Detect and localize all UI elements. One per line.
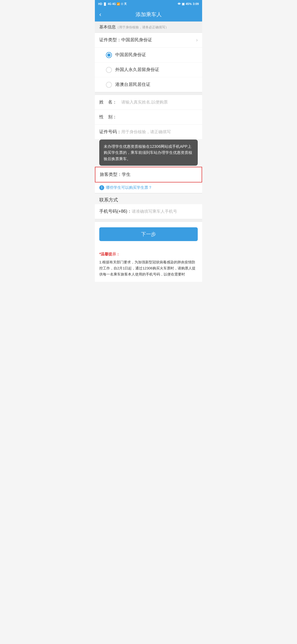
cert-type-value: 中国居民身份证 — [121, 37, 196, 43]
cert-number-input[interactable]: 用于身份核验，请正确填写 — [121, 129, 198, 135]
radio-item-foreign-card[interactable]: 外国人永久居留身份证 — [95, 62, 202, 77]
name-label: 姓 名： — [99, 99, 121, 105]
tooltip-text: 未办理学生优惠资质核验在12306网站或手机APP上购买学生票的，乘车前须到车站… — [104, 144, 192, 161]
phone-label: 手机号码(+86)： — [99, 209, 132, 214]
next-button-container: 下一步 — [95, 222, 202, 247]
pay-icon: 支 — [124, 2, 127, 6]
contact-section-header: 联系方式 — [95, 193, 202, 204]
cert-type-row[interactable]: 证件类型： 中国居民身份证 › — [95, 33, 202, 48]
phone-input[interactable]: 请准确填写乘车人手机号 — [132, 209, 198, 214]
name-input[interactable]: 请输入真实姓名,以便购票 — [121, 100, 198, 105]
section-note: （用于身份核验，请务必正确填写） — [116, 25, 169, 29]
basic-info-section-header: 基本信息（用于身份核验，请务必正确填写） — [95, 21, 202, 33]
chevron-right-icon: › — [196, 37, 198, 43]
passenger-type-value: 学生 — [122, 172, 197, 178]
warm-tips-title: *温馨提示： — [99, 251, 198, 258]
battery-icon: 45% — [186, 2, 192, 6]
name-field-row[interactable]: 姓 名： 请输入真实姓名,以便购票 — [95, 95, 202, 110]
radio-item-hk-card[interactable]: 港澳台居民居住证 — [95, 77, 202, 92]
4g-icon: 4G — [108, 2, 111, 6]
cert-type-label: 证件类型： — [99, 37, 121, 43]
warm-tips-text: 1.根据有关部门要求，为加强新型冠状病毒感染的肺炎疫情防控工作，自2月1日起，通… — [99, 259, 198, 277]
radio-circle-foreign-card — [106, 67, 112, 73]
status-left: HD ▐▌ 4G 4G 📶 ☉ 支 — [98, 2, 127, 6]
divider-2 — [95, 219, 202, 222]
section-title: 基本信息 — [99, 24, 116, 29]
radio-circle-hk-card — [106, 82, 112, 88]
student-tooltip: 未办理学生优惠资质核验在12306网站或手机APP上购买学生票的，乘车前须到车站… — [99, 140, 198, 166]
radio-label-id-card: 中国居民身份证 — [115, 52, 146, 58]
nfc-icon: ☉ — [121, 2, 123, 6]
eye-icon: 👁 — [178, 2, 181, 6]
back-button[interactable]: ‹ — [99, 11, 101, 18]
radio-label-hk-card: 港澳台居民居住证 — [115, 82, 150, 88]
cert-number-field-row[interactable]: 证件号码： 用于身份核验，请正确填写 — [95, 125, 202, 140]
network-icon: HD — [98, 2, 102, 6]
warm-tips-section: *温馨提示： 1.根据有关部门要求，为加强新型冠状病毒感染的肺炎疫情防控工作，自… — [95, 247, 202, 282]
radio-circle-id-card — [106, 52, 112, 58]
info-icon: ! — [99, 185, 104, 190]
4g2-icon: 4G — [112, 2, 116, 6]
cert-type-radio-group: 中国居民身份证 外国人永久居留身份证 港澳台居民居住证 — [95, 48, 202, 92]
passenger-type-label: 旅客类型： — [100, 172, 122, 178]
gender-label: 性 别： — [99, 114, 121, 120]
wifi-icon: 📶 — [117, 2, 120, 6]
radio-label-foreign-card: 外国人永久居留身份证 — [115, 67, 159, 73]
radio-item-id-card[interactable]: 中国居民身份证 — [95, 48, 202, 62]
contact-title: 联系方式 — [99, 197, 118, 203]
divider-1 — [95, 92, 202, 95]
gender-field-row[interactable]: 性 别： — [95, 110, 202, 125]
screen-icon: ▣ — [182, 2, 185, 6]
phone-field-row[interactable]: 手机号码(+86)： 请准确填写乘车人手机号 — [95, 204, 202, 219]
cert-number-label: 证件号码： — [99, 129, 121, 135]
status-bar: HD ▐▌ 4G 4G 📶 ☉ 支 👁 ▣ 45% 3:09 — [95, 0, 202, 8]
header: ‹ 添加乘车人 — [95, 8, 202, 21]
time: 3:09 — [193, 2, 199, 6]
signal-icon: ▐▌ — [103, 2, 107, 6]
next-button[interactable]: 下一步 — [99, 227, 198, 241]
student-info-link[interactable]: 哪些学生可以购买学生票？ — [106, 185, 152, 190]
passenger-type-row[interactable]: 旅客类型： 学生 — [95, 167, 202, 182]
status-right: 👁 ▣ 45% 3:09 — [178, 2, 199, 6]
page-title: 添加乘车人 — [136, 11, 162, 18]
student-info-link-row[interactable]: ! 哪些学生可以购买学生票？ — [95, 182, 202, 193]
